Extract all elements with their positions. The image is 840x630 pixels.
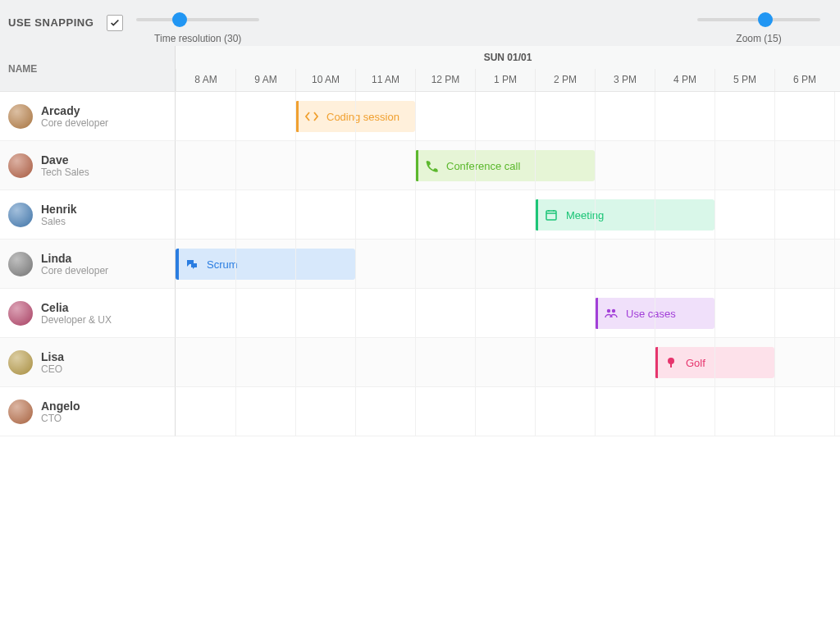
resource-role: Core developer xyxy=(41,117,108,129)
resource-info: LisaCEO xyxy=(41,350,64,375)
hour-cell: 3 PM xyxy=(595,69,655,92)
vgrid-line xyxy=(415,92,416,436)
snapping-label: USE SNAPPING xyxy=(8,16,94,29)
time-resolution-slider[interactable] xyxy=(136,18,259,21)
chat-icon xyxy=(185,258,199,271)
vgrid-line xyxy=(834,92,835,436)
avatar xyxy=(8,252,33,276)
hour-cell: 2 PM xyxy=(535,69,595,92)
event-label: Scrum xyxy=(207,258,238,271)
resource-info: HenrikSales xyxy=(41,203,77,227)
vgrid-line xyxy=(714,92,715,436)
hour-cell: 5 PM xyxy=(714,69,774,92)
svg-rect-4 xyxy=(670,363,672,368)
svg-rect-0 xyxy=(546,211,556,220)
phone-icon xyxy=(425,159,438,172)
vgrid-line xyxy=(535,92,536,436)
timeline-row[interactable]: Coding session xyxy=(176,92,840,141)
toolbar: USE SNAPPING Time resolution (30) Zoom (… xyxy=(0,0,840,46)
svg-point-3 xyxy=(668,358,674,364)
vgrid-line xyxy=(235,92,236,436)
resource-sidebar: ArcadyCore developerDaveTech SalesHenrik… xyxy=(0,92,176,436)
resource-name: Linda xyxy=(41,252,108,265)
resource-info: DaveTech Sales xyxy=(41,153,89,178)
time-header: SUN 01/01 8 AM9 AM10 AM11 AM12 PM1 PM2 P… xyxy=(176,46,840,91)
users-icon xyxy=(605,307,618,320)
resource-name: Henrik xyxy=(41,203,77,216)
resource-info: CeliaDeveloper & UX xyxy=(41,301,112,326)
resource-role: Core developer xyxy=(41,265,108,276)
header: NAME SUN 01/01 8 AM9 AM10 AM11 AM12 PM1 … xyxy=(0,46,840,92)
timeline-row[interactable]: Meeting xyxy=(176,190,840,240)
time-resolution-group: Time resolution (30) xyxy=(136,13,259,44)
event-label: Golf xyxy=(686,357,705,369)
resource-name: Arcady xyxy=(41,104,108,117)
zoom-thumb[interactable] xyxy=(758,12,773,27)
avatar xyxy=(8,104,33,129)
svg-point-1 xyxy=(607,309,610,313)
resource-row[interactable]: CeliaDeveloper & UX xyxy=(0,289,176,338)
hour-cell: 1 PM xyxy=(475,69,535,92)
vgrid-line xyxy=(295,92,296,436)
hours-row: 8 AM9 AM10 AM11 AM12 PM1 PM2 PM3 PM4 PM5… xyxy=(176,69,840,92)
hour-cell: 11 AM xyxy=(355,69,415,92)
hour-cell: 6 PM xyxy=(774,69,834,92)
avatar xyxy=(8,301,33,326)
calendar-icon xyxy=(545,208,558,221)
resource-role: Sales xyxy=(41,216,77,227)
resource-role: CEO xyxy=(41,363,64,375)
vgrid-line xyxy=(595,92,596,436)
event-label: Conference call xyxy=(446,160,520,172)
check-icon xyxy=(109,17,121,29)
vgrid-line xyxy=(655,92,655,436)
event[interactable]: Scrum xyxy=(176,249,355,280)
resource-info: ArcadyCore developer xyxy=(41,104,108,129)
snapping-checkbox[interactable] xyxy=(107,15,123,31)
time-resolution-label: Time resolution (30) xyxy=(154,33,241,44)
resource-row[interactable]: LindaCore developer xyxy=(0,240,176,289)
timeline-rows: Coding sessionConference callMeetingScru… xyxy=(176,92,840,436)
resource-row[interactable]: LisaCEO xyxy=(0,338,176,387)
tree-icon xyxy=(664,356,678,369)
resource-row[interactable]: DaveTech Sales xyxy=(0,141,176,190)
resource-row[interactable]: AngeloCTO xyxy=(0,387,176,436)
zoom-label: Zoom (15) xyxy=(736,33,781,44)
vgrid-line xyxy=(475,92,476,436)
timeline[interactable]: Coding sessionConference callMeetingScru… xyxy=(176,92,840,436)
resource-name: Celia xyxy=(41,301,112,314)
event-label: Meeting xyxy=(566,209,604,221)
event[interactable]: Meeting xyxy=(535,199,714,231)
vgrid-line xyxy=(355,92,356,436)
avatar xyxy=(8,203,33,227)
resource-role: CTO xyxy=(41,413,80,424)
resource-info: LindaCore developer xyxy=(41,252,108,276)
event-bar xyxy=(176,249,179,280)
event[interactable]: Conference call xyxy=(415,150,595,181)
avatar xyxy=(8,153,33,178)
timeline-row[interactable]: Golf xyxy=(176,338,840,387)
resource-role: Developer & UX xyxy=(41,314,112,326)
resource-name: Angelo xyxy=(41,399,80,413)
event-label: Use cases xyxy=(626,308,676,320)
hour-cell: 12 PM xyxy=(415,69,475,92)
time-resolution-thumb[interactable] xyxy=(172,12,187,27)
resource-name: Dave xyxy=(41,153,89,167)
svg-point-2 xyxy=(612,309,615,313)
hour-cell: 8 AM xyxy=(176,69,235,92)
body: ArcadyCore developerDaveTech SalesHenrik… xyxy=(0,92,840,436)
zoom-slider[interactable] xyxy=(697,18,820,21)
avatar xyxy=(8,350,33,375)
timeline-row[interactable]: Scrum xyxy=(176,240,840,289)
code-icon xyxy=(305,110,318,123)
timeline-row[interactable]: Conference call xyxy=(176,141,840,190)
date-label: SUN 01/01 xyxy=(176,46,840,69)
name-column-header: NAME xyxy=(0,46,176,91)
hour-cell: 4 PM xyxy=(655,69,714,92)
timeline-row[interactable] xyxy=(176,387,840,436)
resource-row[interactable]: ArcadyCore developer xyxy=(0,92,176,141)
resource-row[interactable]: HenrikSales xyxy=(0,190,176,240)
event-label: Coding session xyxy=(326,111,399,123)
zoom-group: Zoom (15) xyxy=(697,13,820,44)
resource-name: Lisa xyxy=(41,350,64,363)
timeline-row[interactable]: Use cases xyxy=(176,289,840,338)
